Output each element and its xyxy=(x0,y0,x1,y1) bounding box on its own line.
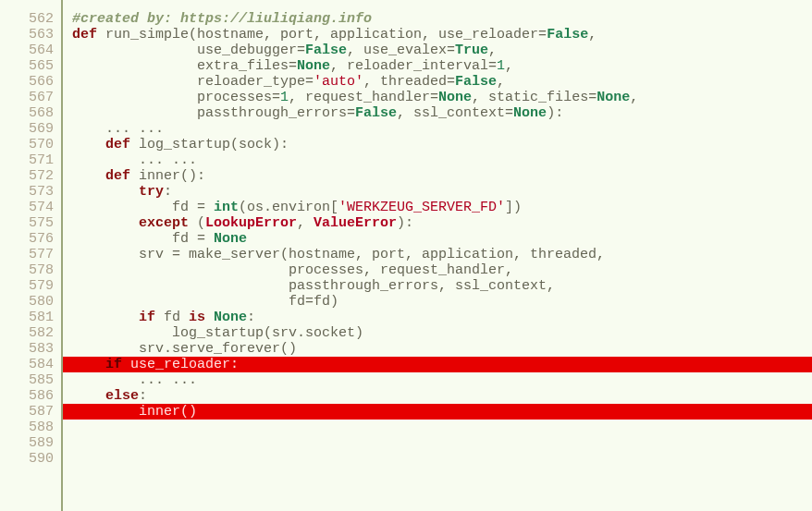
line-number: 583 xyxy=(4,341,54,357)
token-text xyxy=(72,184,139,200)
token-kc: False xyxy=(355,105,397,121)
token-k: def xyxy=(105,168,130,184)
token-kc: None xyxy=(297,58,330,74)
code-line: srv = make_server(hostname, port, applic… xyxy=(63,247,812,262)
token-text: , static_files= xyxy=(472,90,597,105)
code-line: ... ... xyxy=(63,372,812,388)
line-number: 564 xyxy=(4,43,54,58)
line-number: 590 xyxy=(4,451,54,467)
token-text: , ssl_context= xyxy=(397,105,513,121)
token-kc: None xyxy=(214,231,247,247)
line-number: 584 xyxy=(4,357,54,372)
token-k: if xyxy=(105,357,122,372)
code-line: ... ... xyxy=(63,121,812,137)
token-kc: None xyxy=(513,105,547,121)
token-kc: None xyxy=(438,90,472,105)
token-text: srv.serve_forever() xyxy=(72,341,297,357)
token-text: , use_evalex= xyxy=(347,43,455,58)
token-text xyxy=(72,388,105,404)
line-number: 563 xyxy=(4,27,54,43)
token-text: fd = xyxy=(72,200,214,215)
token-text xyxy=(72,357,105,372)
token-text: (sock): xyxy=(230,137,289,152)
token-text: (hostname, port, application, use_reload… xyxy=(189,27,547,43)
token-err: ValueError xyxy=(314,215,397,231)
code-line: passthrough_errors, ssl_context, xyxy=(63,278,812,294)
code-line: ... ... xyxy=(63,152,812,168)
code-line: if fd is None: xyxy=(63,310,812,325)
token-nm: 1 xyxy=(280,90,289,105)
token-k: except xyxy=(139,215,189,231)
line-number: 573 xyxy=(4,184,54,200)
token-text: , reloader_interval= xyxy=(330,58,497,74)
token-k: def xyxy=(72,27,97,43)
line-number: 586 xyxy=(4,388,54,404)
token-s: 'auto' xyxy=(314,74,363,90)
code-line: fd = None xyxy=(63,231,812,247)
token-text: , xyxy=(297,215,314,231)
code-line: log_startup(srv.socket) xyxy=(63,325,812,341)
token-text: , xyxy=(488,43,497,58)
token-k: if xyxy=(139,310,155,325)
code-line: processes=1, request_handler=None, stati… xyxy=(63,90,812,105)
line-number: 580 xyxy=(4,294,54,310)
line-number: 572 xyxy=(4,168,54,184)
token-text: ... ... xyxy=(72,152,197,168)
code-line: srv.serve_forever() xyxy=(63,341,812,357)
line-number: 575 xyxy=(4,215,54,231)
token-kc: False xyxy=(547,27,588,43)
token-text xyxy=(130,137,139,152)
token-text: ... ... xyxy=(72,121,164,137)
line-number: 588 xyxy=(4,420,54,435)
code-line: processes, request_handler, xyxy=(63,262,812,278)
token-k: try xyxy=(139,184,164,200)
token-text: passthrough_errors= xyxy=(72,105,355,121)
line-number: 576 xyxy=(4,231,54,247)
code-editor: 5625635645655665675685695705715725735745… xyxy=(0,0,812,511)
code-line: reloader_type='auto', threaded=False, xyxy=(63,74,812,90)
token-k: is xyxy=(189,310,205,325)
token-text: reloader_type= xyxy=(72,74,314,90)
token-text: ... ... xyxy=(72,372,197,388)
token-text xyxy=(72,404,139,420)
line-number: 581 xyxy=(4,310,54,325)
line-number: 585 xyxy=(4,372,54,388)
token-kc: False xyxy=(455,74,497,90)
token-text: srv = make_server(hostname, port, applic… xyxy=(72,247,605,262)
token-text: log_startup(srv.socket) xyxy=(72,325,363,341)
token-kc: False xyxy=(305,43,347,58)
token-nm: 1 xyxy=(497,58,505,74)
code-line: fd = int(os.environ['WERKZEUG_SERVER_FD'… xyxy=(63,200,812,215)
code-line: extra_files=None, reloader_interval=1, xyxy=(63,58,812,74)
token-text xyxy=(122,357,130,372)
token-text: , xyxy=(588,27,597,43)
token-text: : xyxy=(247,310,255,325)
code-line: if use_reloader: xyxy=(63,357,812,372)
token-text: ]) xyxy=(505,200,522,215)
code-line: passthrough_errors=False, ssl_context=No… xyxy=(63,105,812,121)
token-s: 'WERKZEUG_SERVER_FD' xyxy=(338,200,505,215)
line-number: 589 xyxy=(4,435,54,451)
code-line: use_debugger=False, use_evalex=True, xyxy=(63,43,812,58)
code-area[interactable]: #created by: https://liuliqiang.infodef … xyxy=(63,0,812,511)
code-line: else: xyxy=(63,388,812,404)
token-text xyxy=(72,168,105,184)
token-kc: True xyxy=(455,43,488,58)
token-text: passthrough_errors, ssl_context, xyxy=(72,278,555,294)
line-number: 566 xyxy=(4,74,54,90)
line-number: 587 xyxy=(4,404,54,420)
token-text xyxy=(72,310,139,325)
token-text: , xyxy=(505,58,513,74)
token-text: : xyxy=(139,388,147,404)
line-number: 565 xyxy=(4,58,54,74)
token-c: #created by: https://liuliqiang.info xyxy=(72,11,372,27)
token-fn: run_simple xyxy=(105,27,189,43)
line-number: 574 xyxy=(4,200,54,215)
token-text: processes= xyxy=(72,90,280,105)
token-fn: inner() xyxy=(139,404,197,420)
line-number: 570 xyxy=(4,137,54,152)
line-number: 569 xyxy=(4,121,54,137)
token-kc: None xyxy=(597,90,630,105)
token-k: else xyxy=(105,388,139,404)
token-text: use_debugger= xyxy=(72,43,305,58)
